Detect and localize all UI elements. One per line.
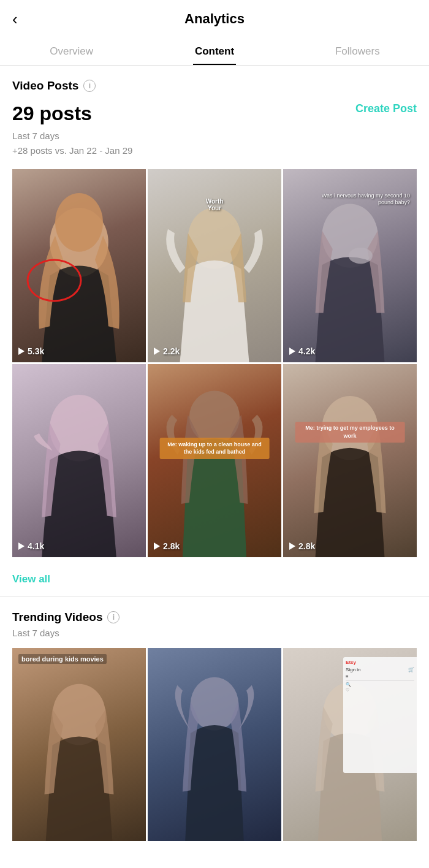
play-badge-1: 5.3k (18, 346, 44, 356)
trending-title-row: Trending Videos i (12, 611, 417, 624)
play-badge-4: 4.1k (18, 541, 44, 551)
trending-thumb-2[interactable] (148, 648, 281, 841)
video-thumb-5[interactable]: Me: waking up to a clean house and the k… (148, 364, 281, 557)
trend-3-cart-icon: 🛒 (408, 667, 414, 672)
trend-3-signin: Sign in (346, 667, 360, 672)
trending-grid: bored during kids movies (12, 648, 417, 841)
trending-1-caption: bored during kids movies (18, 654, 107, 664)
video-thumb-2[interactable]: WorthYour 2.2k (148, 169, 281, 362)
play-icon-2 (154, 348, 160, 355)
video-thumb-4[interactable]: 4.1k (12, 364, 146, 557)
tab-content[interactable]: Content (143, 36, 286, 65)
play-badge-6: 2.8k (289, 541, 315, 551)
video-posts-section: Video Posts i 29 posts Create Post Last … (0, 66, 429, 557)
thumb-6-caption: Me: trying to get my employees to work (305, 425, 395, 439)
svg-point-4 (349, 248, 373, 264)
svg-point-1 (55, 193, 103, 252)
back-button[interactable]: ‹ (12, 10, 18, 29)
create-post-button[interactable]: Create Post (355, 102, 417, 115)
tab-bar: Overview Content Followers (0, 36, 429, 66)
play-icon-3 (289, 348, 295, 355)
video-grid: 5.3k WorthYour 2.2k (12, 169, 417, 557)
play-icon-4 (18, 542, 25, 550)
video-thumb-3[interactable]: Was i nervous having my second 10 pound … (283, 169, 417, 362)
trending-thumb-1[interactable]: bored during kids movies (12, 648, 146, 841)
stats-row: 29 posts Create Post (12, 102, 417, 125)
trending-info-icon[interactable]: i (107, 611, 120, 623)
section-title-row: Video Posts i (12, 79, 417, 93)
view-all-row: View all (0, 560, 429, 596)
play-icon-5 (154, 542, 160, 550)
video-thumb-1[interactable]: 5.3k (12, 169, 146, 362)
posts-count: 29 posts (12, 102, 92, 125)
info-icon[interactable]: i (83, 80, 96, 92)
play-badge-5: 2.8k (154, 541, 180, 551)
trending-thumb-3[interactable]: Etsy Sign in 🛒 ≡ 🔍 ♡ (283, 648, 417, 841)
thumb-3-caption: Was i nervous having my second 10 pound … (322, 192, 410, 206)
thumb-2-overlay-text: WorthYour (206, 198, 224, 211)
tab-overview[interactable]: Overview (0, 36, 143, 65)
trend-3-overlay-brand: Etsy (346, 660, 414, 665)
trend-3-search-icon: 🔍 (346, 682, 414, 687)
play-badge-2: 2.2k (154, 346, 180, 356)
thumb-5-caption: Me: waking up to a clean house and the k… (167, 441, 262, 455)
video-posts-title: Video Posts (12, 79, 78, 93)
play-icon-6 (289, 542, 295, 550)
page-title: Analytics (184, 11, 245, 27)
header: ‹ Analytics (0, 0, 429, 33)
trending-title: Trending Videos (12, 611, 102, 624)
play-icon-1 (18, 348, 25, 355)
stats-subtitle: Last 7 days +28 posts vs. Jan 22 - Jan 2… (12, 129, 417, 158)
trend-3-heart-icon: ♡ (346, 688, 414, 693)
play-badge-3: 4.2k (289, 346, 315, 356)
tab-followers[interactable]: Followers (286, 36, 429, 65)
trending-subtitle: Last 7 days (12, 628, 417, 638)
video-thumb-6[interactable]: Me: trying to get my employees to work 2… (283, 364, 417, 557)
trending-videos-section: Trending Videos i Last 7 days bored duri… (0, 597, 429, 841)
trend-3-menu-icon: ≡ (346, 674, 349, 679)
view-all-link[interactable]: View all (12, 573, 50, 585)
